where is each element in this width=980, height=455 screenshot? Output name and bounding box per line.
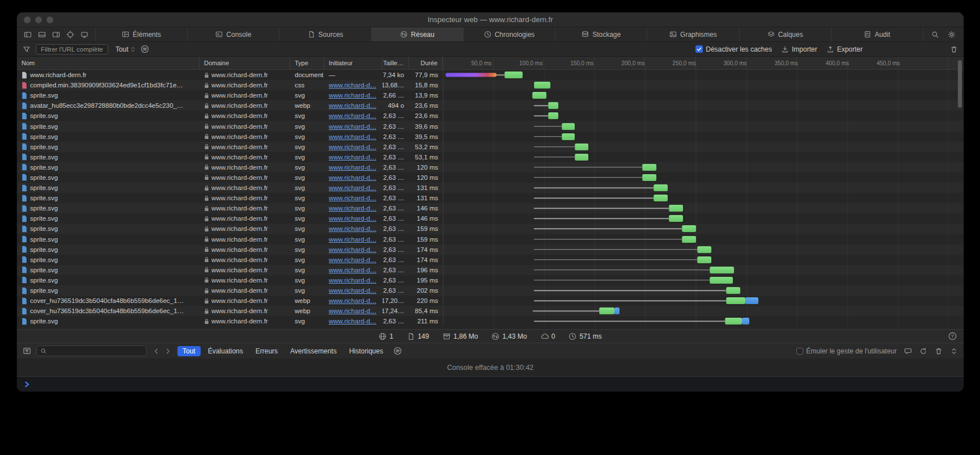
table-row[interactable]: avatar_hu85ecc3e298728880b0bde2dcc4e5c23…: [17, 100, 964, 111]
options-circle-icon[interactable]: [141, 45, 149, 53]
initiator-link[interactable]: www.richard-d…: [329, 267, 376, 273]
collapse-chevrons-icon[interactable]: [950, 347, 958, 355]
initiator-link[interactable]: www.richard-d…: [329, 102, 376, 109]
tab-reseau[interactable]: Réseau: [371, 27, 463, 41]
initiator-link[interactable]: www.richard-d…: [329, 174, 376, 181]
table-row[interactable]: sprite.svgwww.richard-dern.frsvgwww.rich…: [17, 203, 964, 213]
col-header-domaine[interactable]: Domaine: [200, 57, 290, 69]
console-tab-historiques[interactable]: Historiques: [344, 346, 388, 356]
disable-caches-checkbox[interactable]: Désactiver les caches: [695, 45, 772, 53]
initiator-link[interactable]: www.richard-d…: [329, 256, 376, 263]
table-row[interactable]: www.richard-dern.frwww.richard-dern.frdo…: [17, 70, 964, 80]
tab-stockage[interactable]: Stockage: [555, 27, 647, 41]
table-row[interactable]: sprite.svgwww.richard-dern.frsvgwww.rich…: [17, 275, 964, 285]
table-row[interactable]: sprite.svgwww.richard-dern.frsvgwww.rich…: [17, 316, 964, 326]
table-row[interactable]: sprite.svgwww.richard-dern.frsvgwww.rich…: [17, 162, 964, 172]
tab-sources[interactable]: Sources: [279, 27, 371, 41]
initiator-link[interactable]: www.richard-d…: [329, 82, 376, 89]
table-row[interactable]: sprite.svgwww.richard-dern.frsvgwww.rich…: [17, 234, 964, 245]
initiator-link[interactable]: www.richard-d…: [329, 164, 376, 171]
emulate-gesture-checkbox[interactable]: Émuler le geste de l'utilisateur: [796, 347, 897, 355]
initiator-link[interactable]: www.richard-d…: [329, 184, 376, 191]
console-tab-avertissements[interactable]: Avertissements: [285, 346, 342, 356]
search-icon[interactable]: [931, 31, 939, 39]
import-button[interactable]: Importer: [781, 45, 817, 53]
table-row[interactable]: sprite.svgwww.richard-dern.frsvgwww.rich…: [17, 255, 964, 265]
initiator-link[interactable]: www.richard-d…: [329, 112, 376, 119]
sidebar-left-icon[interactable]: [24, 31, 32, 39]
zoom-window-button[interactable]: [46, 16, 53, 23]
table-row[interactable]: sprite.svgwww.richard-dern.frsvgwww.rich…: [17, 111, 964, 121]
initiator-link[interactable]: www.richard-d…: [329, 154, 376, 161]
table-row[interactable]: sprite.svgwww.richard-dern.frsvgwww.rich…: [17, 183, 964, 193]
initiator-link[interactable]: www.richard-d…: [329, 307, 376, 314]
col-header-type[interactable]: Type: [290, 57, 324, 69]
chevron-right-icon[interactable]: [165, 348, 171, 355]
table-row[interactable]: sprite.svgwww.richard-dern.frsvgwww.rich…: [17, 132, 964, 142]
initiator-link[interactable]: www.richard-d…: [329, 123, 376, 130]
initiator-link[interactable]: www.richard-d…: [329, 287, 376, 294]
console-tab-tout[interactable]: Tout: [177, 346, 201, 356]
initiator-link[interactable]: www.richard-d…: [329, 92, 376, 99]
table-row[interactable]: sprite.svgwww.richard-dern.frsvgwww.rich…: [17, 265, 964, 275]
gear-icon[interactable]: [948, 31, 956, 39]
element-picker-icon[interactable]: [66, 31, 74, 39]
console-tab-erreurs[interactable]: Erreurs: [251, 346, 283, 356]
initiator-link[interactable]: www.richard-d…: [329, 133, 376, 140]
table-row[interactable]: sprite.svgwww.richard-dern.frsvgwww.rich…: [17, 224, 964, 234]
table-row[interactable]: sprite.svgwww.richard-dern.frsvgwww.rich…: [17, 213, 964, 224]
sidebar-right-icon[interactable]: [52, 31, 60, 39]
initiator-link[interactable]: www.richard-d…: [329, 215, 376, 222]
device-icon[interactable]: [80, 31, 88, 39]
chevron-left-icon[interactable]: [153, 348, 159, 355]
col-header-duree[interactable]: Durée: [409, 57, 443, 69]
speech-bubble-icon[interactable]: [904, 347, 912, 355]
clear-console-trash-icon[interactable]: [935, 347, 943, 355]
initiator-link[interactable]: www.richard-d…: [329, 318, 376, 325]
close-window-button[interactable]: [24, 16, 31, 23]
table-row[interactable]: sprite.svgwww.richard-dern.frsvgwww.rich…: [17, 152, 964, 162]
tab-calques[interactable]: Calques: [739, 27, 831, 41]
table-row[interactable]: sprite.svgwww.richard-dern.frsvgwww.rich…: [17, 193, 964, 203]
initiator-link[interactable]: www.richard-d…: [329, 246, 376, 253]
reload-icon[interactable]: [919, 347, 927, 355]
col-header-initiateur[interactable]: Initiateur: [324, 57, 383, 69]
clear-network-trash-icon[interactable]: [950, 45, 958, 53]
console-options-circle-icon[interactable]: [393, 347, 402, 355]
console-sidebar-icon[interactable]: [23, 347, 31, 355]
console-tab-evaluations[interactable]: Évaluations: [203, 346, 248, 356]
console-prompt[interactable]: [17, 377, 964, 391]
url-filter-input[interactable]: Filtrer l'URL complète: [36, 44, 108, 54]
table-row[interactable]: cover_hu736519dc3b5040cfa48b6b559b6de6ec…: [17, 306, 964, 316]
tab-console[interactable]: Console: [187, 27, 279, 41]
table-row[interactable]: cover_hu736519dc3b5040cfa48b6b559b6de6ec…: [17, 296, 964, 306]
initiator-link[interactable]: www.richard-d…: [329, 225, 376, 232]
table-row[interactable]: sprite.svgwww.richard-dern.frsvgwww.rich…: [17, 90, 964, 100]
funnel-icon[interactable]: [23, 45, 31, 53]
initiator-link[interactable]: www.richard-d…: [329, 277, 376, 284]
vertical-scrollbar[interactable]: [958, 60, 962, 108]
minimize-window-button[interactable]: [35, 16, 42, 23]
export-button[interactable]: Exporter: [826, 45, 863, 53]
table-row[interactable]: sprite.svgwww.richard-dern.frsvgwww.rich…: [17, 285, 964, 296]
tab-chronologies[interactable]: Chronologies: [463, 27, 555, 41]
help-icon[interactable]: ?: [948, 332, 957, 340]
initiator-link[interactable]: www.richard-d…: [329, 236, 376, 243]
initiator-link[interactable]: www.richard-d…: [329, 144, 376, 150]
tab-audit[interactable]: Audit: [831, 27, 923, 41]
table-row[interactable]: sprite.svgwww.richard-dern.frsvgwww.rich…: [17, 245, 964, 255]
dock-bottom-icon[interactable]: [38, 31, 46, 39]
resource-type-select[interactable]: Tout: [116, 45, 136, 53]
table-row[interactable]: sprite.svgwww.richard-dern.frsvgwww.rich…: [17, 121, 964, 131]
table-row[interactable]: sprite.svgwww.richard-dern.frsvgwww.rich…: [17, 142, 964, 152]
initiator-link[interactable]: www.richard-d…: [329, 205, 376, 212]
tab-graphismes[interactable]: Graphismes: [647, 27, 739, 41]
initiator-link[interactable]: www.richard-d…: [329, 195, 376, 201]
table-row[interactable]: sprite.svgwww.richard-dern.frsvgwww.rich…: [17, 172, 964, 183]
col-header-taille[interactable]: Taille…: [383, 57, 409, 69]
initiator-link[interactable]: www.richard-d…: [329, 297, 376, 304]
console-search-input[interactable]: [36, 346, 147, 356]
col-header-nom[interactable]: Nom: [17, 57, 200, 69]
table-row[interactable]: compiled.min.38390909f303624ed9e1cf1bd3f…: [17, 80, 964, 90]
tab-elements[interactable]: Éléments: [95, 27, 187, 41]
